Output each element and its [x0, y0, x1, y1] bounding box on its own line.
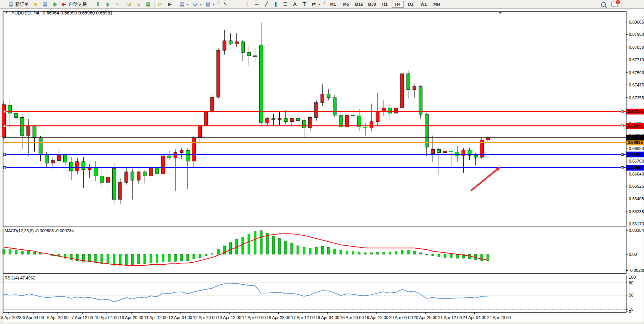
- timeframe-d1[interactable]: D1: [405, 1, 417, 8]
- price-axis-label: 0.66285: [629, 209, 644, 214]
- dropdown-caret-icon[interactable]: ▾: [200, 3, 201, 6]
- macd-bar: [125, 254, 128, 265]
- macd-bar: [3, 249, 5, 254]
- price-tag-0.66935[interactable]: 0.66935: [626, 140, 644, 145]
- line-anchor[interactable]: [3, 153, 6, 156]
- chart-canvas[interactable]: 0.680650.679500.678300.677100.675900.674…: [0, 0, 644, 324]
- ohlc-values: 0.66964 0.66990 0.66960 0.66981: [43, 10, 113, 16]
- timeframe-m15[interactable]: M15: [353, 1, 365, 8]
- symbol-period-label: AUDUSD-,H4: [11, 10, 39, 16]
- zoom-in-button[interactable]: ⊕: [124, 0, 134, 8]
- timeframe-m30[interactable]: M30: [366, 1, 378, 8]
- text-icon: A: [292, 1, 298, 8]
- line-anchor[interactable]: [3, 125, 6, 127]
- crosshair-button[interactable]: +: [230, 0, 240, 8]
- timeframe-mn[interactable]: MN: [430, 1, 443, 8]
- time-axis-label: 7 Apr 12:00: [72, 315, 93, 320]
- line-anchor[interactable]: [621, 125, 623, 127]
- channel-button[interactable]: ∥: [271, 0, 281, 8]
- main-panel[interactable]: [3, 12, 626, 227]
- horizontal-line-button[interactable]: ─: [252, 0, 261, 8]
- tile-windows-icon: ▦: [145, 1, 151, 8]
- cursor-button[interactable]: ↖: [221, 0, 230, 8]
- zoom-out-button[interactable]: ⊖: [134, 0, 143, 8]
- vertical-line-button[interactable]: │: [242, 0, 252, 8]
- chart-title: ▼ AUDUSD-,H4 0.66964 0.66990 0.66960 0.6…: [5, 10, 113, 16]
- bar-chart-button[interactable]: ‖: [93, 0, 103, 8]
- tile-windows-button[interactable]: ▦: [143, 0, 153, 8]
- market-watch-icon: ◉: [52, 1, 57, 8]
- macd-bar: [395, 251, 397, 254]
- time-axis-label: 16 Apr 23:00: [266, 315, 290, 320]
- macd-bar: [303, 247, 305, 254]
- candle: [217, 48, 220, 99]
- svg-text:0.66935: 0.66935: [628, 140, 643, 145]
- period-button[interactable]: ⊙▾: [190, 0, 203, 8]
- macd-bar: [481, 254, 483, 261]
- dropdown-caret-icon[interactable]: ▾: [319, 3, 320, 6]
- rsi-axis-label: 80: [629, 281, 633, 285]
- line-anchor[interactable]: [3, 110, 6, 113]
- price-tag-0.67091[interactable]: 0.67091: [626, 123, 644, 129]
- rsi-panel[interactable]: [3, 275, 626, 313]
- macd-bar: [419, 253, 422, 254]
- macd-bar: [70, 254, 72, 260]
- macd-bar: [107, 254, 109, 264]
- label-button[interactable]: T: [300, 0, 309, 8]
- price-tag-0.67225[interactable]: 0.67225: [626, 109, 644, 115]
- timeframe-m5[interactable]: M5: [340, 1, 352, 8]
- toolbar-right-group: 1: [601, 2, 618, 7]
- auto-trading-button[interactable]: ▶自动交易: [59, 0, 89, 8]
- auto-scroll-button[interactable]: ▶: [165, 0, 175, 8]
- timeframe-m1[interactable]: M1: [327, 1, 339, 8]
- dropdown-caret-icon[interactable]: ▾: [187, 3, 188, 6]
- auto-trading-button-label: 自动交易: [69, 1, 87, 8]
- macd-axis-label: -0.00205: [629, 268, 644, 273]
- line-anchor[interactable]: [621, 153, 623, 156]
- arrows-button[interactable]: ⇄▾: [309, 0, 322, 8]
- candlestick-chart-button[interactable]: ▮: [103, 0, 112, 8]
- zoom-out-icon: ⊖: [136, 1, 142, 8]
- time-axis-label: 17 Apr 12:00: [291, 315, 315, 320]
- chat-icon[interactable]: 1: [611, 2, 618, 7]
- macd-bar: [150, 254, 152, 263]
- current-price-tag[interactable]: 0.66981: [626, 135, 644, 140]
- line-anchor[interactable]: [621, 110, 623, 113]
- chart-shift-button[interactable]: ▷: [156, 0, 165, 8]
- candle: [2, 101, 6, 140]
- trendline-button[interactable]: ╱: [261, 0, 271, 8]
- macd-bar: [297, 246, 299, 254]
- timeframe-w1[interactable]: W1: [418, 1, 430, 8]
- new-chart-button[interactable]: ▤▾: [177, 0, 190, 8]
- line-chart-button[interactable]: ∿: [112, 0, 122, 8]
- chevron-down-icon[interactable]: ▼: [5, 11, 8, 16]
- price-tag-0.66822[interactable]: 0.66822: [626, 152, 644, 157]
- macd-bar: [205, 254, 207, 256]
- fibonacci-button[interactable]: ☰: [281, 0, 290, 8]
- macd-panel[interactable]: [3, 228, 626, 274]
- timeframe-h1[interactable]: H1: [379, 1, 391, 8]
- styles-button[interactable]: ◆: [31, 0, 40, 8]
- macd-bar: [279, 239, 281, 254]
- line-anchor[interactable]: [621, 166, 623, 169]
- macd-bar: [450, 254, 452, 257]
- time-axis-label: 5 Apr 2023: [1, 315, 21, 320]
- macd-bar: [230, 243, 232, 254]
- toolbar-grip: [90, 1, 92, 7]
- dropdown-caret-icon[interactable]: ▾: [213, 3, 214, 6]
- price-tag-0.66698[interactable]: 0.66698: [626, 165, 644, 171]
- timeframe-h4[interactable]: H4: [392, 1, 404, 8]
- new-order-button[interactable]: ▤新订单: [6, 0, 31, 8]
- macd-bar: [383, 252, 385, 254]
- market-watch-button[interactable]: ◉: [50, 0, 59, 8]
- macd-bar: [156, 254, 158, 263]
- line-anchor[interactable]: [3, 166, 6, 169]
- profiles-button[interactable]: ▦: [40, 0, 50, 8]
- indicators-menu-button[interactable]: ▨▾: [203, 0, 216, 8]
- time-axis-label: 13 Apr 12:00: [217, 315, 241, 320]
- macd-bar: [456, 254, 458, 258]
- macd-bar: [364, 253, 367, 254]
- search-icon[interactable]: [601, 2, 606, 7]
- text-button[interactable]: A: [290, 0, 300, 8]
- macd-bar: [352, 251, 354, 254]
